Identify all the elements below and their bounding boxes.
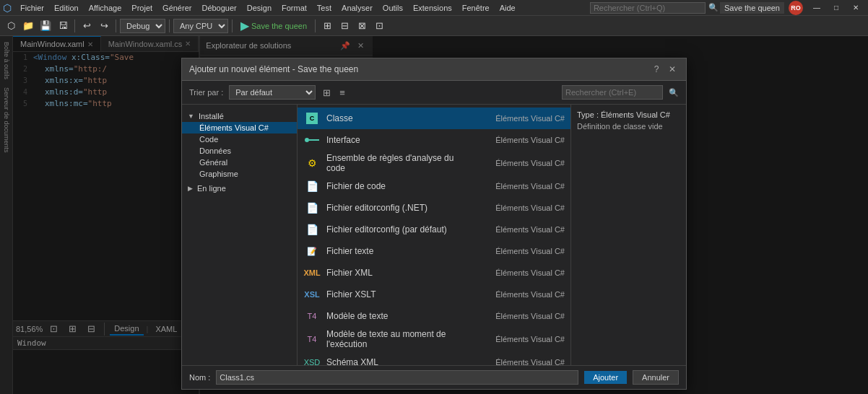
fichier-texte-icon: 📝 bbox=[303, 242, 321, 260]
cpu-config-select[interactable]: Any CPU bbox=[173, 19, 228, 33]
item-schema-xml[interactable]: XSD Schéma XML Éléments Visual C# bbox=[298, 351, 570, 365]
fichier-code-name: Fichier de code bbox=[326, 181, 465, 191]
general-label: Général bbox=[199, 158, 227, 167]
dialog-close-btn[interactable]: ✕ bbox=[666, 63, 679, 76]
restore-button[interactable]: □ bbox=[827, 0, 846, 16]
run-button[interactable]: ▶ Save the queen bbox=[236, 17, 311, 34]
toolbar-new[interactable]: ⬡ bbox=[3, 18, 19, 34]
menu-outils[interactable]: Outils bbox=[378, 2, 407, 14]
view-list-btn[interactable]: ≡ bbox=[338, 86, 347, 100]
editorconfig-net-name: Fichier editorconfig (.NET) bbox=[326, 203, 465, 213]
item-modele-texte[interactable]: T4 Modèle de texte Éléments Visual C# bbox=[298, 305, 570, 327]
item-modele-exec[interactable]: T4 Modèle de texte au moment de l'exécut… bbox=[298, 327, 570, 351]
graphisme-label: Graphisme bbox=[199, 170, 238, 178]
modele-texte-icon: T4 bbox=[303, 307, 321, 325]
run-label: Save the queen bbox=[251, 22, 307, 30]
menu-extensions[interactable]: Extensions bbox=[409, 2, 456, 14]
regles-name: Ensemble de règles d'analyse du code bbox=[326, 153, 465, 173]
separator-3 bbox=[169, 19, 170, 32]
toolbar-redo[interactable]: ↪ bbox=[96, 18, 112, 34]
separator-5 bbox=[315, 19, 316, 32]
dialog-help-btn[interactable]: ? bbox=[650, 63, 663, 76]
fichier-xml-name: Fichier XML bbox=[326, 268, 465, 278]
modele-exec-icon: T4 bbox=[303, 330, 321, 348]
class-shape: C bbox=[306, 113, 318, 124]
add-button[interactable]: Ajouter bbox=[584, 371, 627, 384]
fichier-code-type: Éléments Visual C# bbox=[471, 182, 565, 191]
toolbar-save[interactable]: 💾 bbox=[38, 18, 53, 34]
menu-design[interactable]: Design bbox=[243, 2, 276, 14]
menu-projet[interactable]: Projet bbox=[127, 2, 157, 14]
fichier-xslt-name: Fichier XSLT bbox=[326, 289, 465, 299]
toolbar-more-4[interactable]: ⊡ bbox=[371, 18, 387, 34]
fichier-code-icon: 📄 bbox=[303, 178, 321, 195]
tree-graphisme[interactable]: Graphisme bbox=[182, 168, 297, 180]
schema-xml-name: Schéma XML bbox=[326, 357, 465, 365]
menu-aide[interactable]: Aide bbox=[495, 2, 520, 14]
tree-code[interactable]: Code bbox=[182, 133, 297, 145]
toolbar-save-all[interactable]: 🖫 bbox=[55, 18, 71, 34]
modele-exec-name: Modèle de texte au moment de l'exécution bbox=[326, 329, 465, 349]
modele-shape: T4 bbox=[308, 312, 317, 320]
item-regles[interactable]: ⚙ Ensemble de règles d'analyse du code É… bbox=[298, 151, 570, 175]
menu-format[interactable]: Format bbox=[277, 2, 311, 14]
xml-shape: XML bbox=[303, 268, 320, 277]
menu-fenetre[interactable]: Fenêtre bbox=[458, 2, 494, 14]
app-icon: ⬡ bbox=[3, 2, 12, 14]
dialog-items-list: C Classe Éléments Visual C# Interface Él… bbox=[298, 105, 570, 365]
sort-label: Trier par : bbox=[189, 88, 223, 97]
modele-exec-type: Éléments Visual C# bbox=[471, 335, 565, 343]
menu-affichage[interactable]: Affichage bbox=[84, 2, 126, 14]
gear-shape: ⚙ bbox=[308, 157, 317, 169]
dialog-footer: Nom : Ajouter Annuler bbox=[182, 365, 686, 389]
cancel-button[interactable]: Annuler bbox=[633, 370, 679, 385]
tree-donnees[interactable]: Données bbox=[182, 145, 297, 157]
item-interface[interactable]: Interface Éléments Visual C# bbox=[298, 129, 570, 151]
save-queen-button[interactable]: Save the queen bbox=[720, 2, 784, 14]
toolbar-open[interactable]: 📁 bbox=[20, 18, 36, 34]
toolbar-more-1[interactable]: ⊞ bbox=[319, 18, 335, 34]
window-controls: — □ ✕ bbox=[807, 0, 865, 16]
search-icon: 🔍 bbox=[708, 3, 719, 12]
separator-4 bbox=[232, 19, 233, 32]
modele-texte-type: Éléments Visual C# bbox=[471, 312, 565, 320]
item-fichier-texte[interactable]: 📝 Fichier texte Éléments Visual C# bbox=[298, 240, 570, 262]
item-fichier-xslt[interactable]: XSL Fichier XSLT Éléments Visual C# bbox=[298, 284, 570, 305]
class-icon: C bbox=[303, 110, 321, 127]
menu-generer[interactable]: Générer bbox=[158, 2, 196, 14]
dialog-toolbar: Trier par : Par défaut ⊞ ≡ 🔍 bbox=[182, 81, 686, 105]
toolbar-undo[interactable]: ↩ bbox=[79, 18, 95, 34]
footer-name-input[interactable] bbox=[216, 370, 578, 385]
menu-fichier[interactable]: Fichier bbox=[16, 2, 48, 14]
menu-analyser[interactable]: Analyser bbox=[337, 2, 377, 14]
menu-deboger[interactable]: Déboguer bbox=[197, 2, 240, 14]
tree-general[interactable]: Général bbox=[182, 157, 297, 168]
debug-config-select[interactable]: Debug bbox=[120, 19, 165, 33]
online-label: En ligne bbox=[197, 184, 226, 193]
tree-installed: ▼ Installé bbox=[182, 110, 297, 122]
regles-icon: ⚙ bbox=[303, 154, 321, 172]
toolbar: ⬡ 📁 💾 🖫 ↩ ↪ Debug Any CPU ▶ Save the que… bbox=[0, 16, 868, 36]
donnees-label: Données bbox=[199, 146, 231, 155]
close-button[interactable]: ✕ bbox=[846, 0, 865, 16]
minimize-button[interactable]: — bbox=[807, 0, 826, 16]
dialog-title-bar: Ajouter un nouvel élément - Save the que… bbox=[182, 58, 686, 81]
menu-test[interactable]: Test bbox=[313, 2, 336, 14]
toolbar-more-3[interactable]: ⊠ bbox=[354, 18, 370, 34]
item-editorconfig-default[interactable]: 📄 Fichier editorconfig (par défaut) Élém… bbox=[298, 219, 570, 240]
item-classe[interactable]: C Classe Éléments Visual C# bbox=[298, 108, 570, 129]
item-editorconfig-net[interactable]: 📄 Fichier editorconfig (.NET) Éléments V… bbox=[298, 197, 570, 219]
menu-edition[interactable]: Edition bbox=[50, 2, 83, 14]
tree-visual-csharp[interactable]: Éléments Visual C# bbox=[182, 122, 297, 133]
tree-online: ▶ En ligne bbox=[182, 180, 297, 194]
sort-select[interactable]: Par défaut bbox=[229, 85, 316, 100]
editorconfig-default-icon: 📄 bbox=[303, 221, 321, 238]
dialog-title: Ajouter un nouvel élément - Save the que… bbox=[189, 64, 358, 74]
view-grid-btn[interactable]: ⊞ bbox=[321, 86, 332, 100]
file-shape: 📄 bbox=[306, 180, 318, 192]
item-fichier-xml[interactable]: XML Fichier XML Éléments Visual C# bbox=[298, 262, 570, 284]
toolbar-more-2[interactable]: ⊟ bbox=[337, 18, 352, 34]
dialog-search-input[interactable] bbox=[562, 85, 663, 100]
menu-search-input[interactable] bbox=[590, 2, 706, 14]
item-fichier-code[interactable]: 📄 Fichier de code Éléments Visual C# bbox=[298, 175, 570, 197]
